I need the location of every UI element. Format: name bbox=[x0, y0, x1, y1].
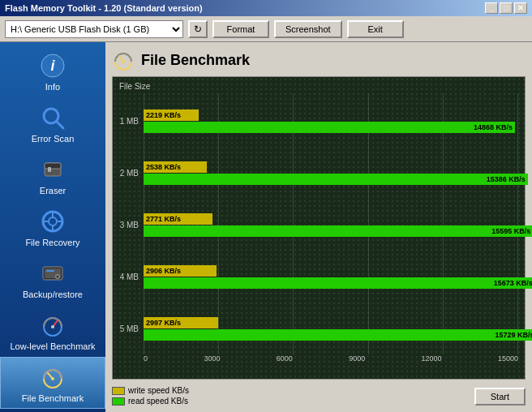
read-bar: 14868 KB/s bbox=[144, 122, 515, 133]
write-bar: 2538 KB/s bbox=[144, 161, 207, 173]
x-axis-tick: 3000 bbox=[204, 354, 220, 364]
read-bar-label: 15386 KB/s bbox=[484, 175, 526, 183]
svg-line-3 bbox=[57, 122, 63, 128]
maximize-button[interactable]: □ bbox=[500, 2, 513, 14]
read-bar-label: 15673 KB/s bbox=[491, 279, 532, 287]
sidebar-item-error-scan[interactable]: Error Scan bbox=[0, 97, 105, 149]
chart-row: 2 MB2538 KB/s15386 KB/s bbox=[119, 157, 518, 188]
read-bar: 15386 KB/s bbox=[144, 174, 528, 185]
read-bar-label: 15595 KB/s bbox=[489, 227, 530, 235]
chart-row-label: 1 MB bbox=[119, 117, 144, 126]
chart-bars: 2906 KB/s15673 KB/s bbox=[144, 265, 518, 289]
chart-container: File Size 1 MB2219 KB/s14868 KB/s2 MB253… bbox=[112, 76, 526, 380]
write-bar-label: 2538 KB/s bbox=[144, 163, 181, 171]
screenshot-button[interactable]: Screenshot bbox=[274, 20, 342, 38]
main-layout: i Info Error Scan bbox=[0, 42, 532, 412]
legend-item: write speed KB/s bbox=[112, 386, 189, 395]
read-bar: 15729 KB/s bbox=[144, 329, 532, 341]
chart-inner: 1 MB2219 KB/s14868 KB/s2 MB2538 KB/s1538… bbox=[119, 84, 518, 354]
write-bar: 2219 KB/s bbox=[144, 109, 199, 121]
info-icon: i bbox=[38, 51, 67, 80]
chart-bars: 2538 KB/s15386 KB/s bbox=[144, 161, 518, 185]
sidebar: i Info Error Scan bbox=[0, 42, 105, 412]
sidebar-item-label: Low-level Benchmark bbox=[10, 341, 95, 351]
chart-legend: write speed KB/sread speed KB/s bbox=[112, 386, 189, 406]
legend-item: read speed KB/s bbox=[112, 397, 189, 406]
title-bar: Flash Memory Toolkit - 1.20 (Standard ve… bbox=[0, 0, 532, 16]
x-axis-tick: 9000 bbox=[349, 354, 365, 364]
chart-row: 3 MB2771 KB/s15595 KB/s bbox=[119, 209, 518, 240]
error-scan-icon bbox=[38, 103, 67, 132]
file-recovery-icon bbox=[38, 207, 67, 236]
write-bar-label: 2219 KB/s bbox=[144, 111, 181, 119]
low-level-benchmark-icon bbox=[38, 311, 67, 340]
sidebar-item-label: File Recovery bbox=[25, 238, 79, 247]
chart-row: 4 MB2906 KB/s15673 KB/s bbox=[119, 261, 518, 292]
legend-label: write speed KB/s bbox=[128, 386, 189, 395]
sidebar-item-eraser[interactable]: Eraser bbox=[0, 149, 105, 201]
read-bar: 15595 KB/s bbox=[144, 225, 532, 237]
chart-row-label: 3 MB bbox=[119, 221, 144, 230]
sidebar-item-backup-restore[interactable]: Backup/restore bbox=[0, 253, 105, 305]
x-axis-tick: 6000 bbox=[277, 354, 293, 364]
svg-point-26 bbox=[122, 60, 125, 63]
svg-rect-6 bbox=[48, 167, 51, 172]
chart-bars: 2997 KB/s15729 KB/s bbox=[144, 317, 518, 341]
sidebar-item-label: Error Scan bbox=[32, 134, 75, 144]
content-title-text: File Benchmark bbox=[141, 52, 250, 69]
chart-row-label: 5 MB bbox=[119, 324, 144, 333]
x-axis: 03000600090001200015000 bbox=[144, 354, 518, 364]
x-axis-tick: 12000 bbox=[422, 354, 442, 364]
device-select[interactable]: H:\ Generic USB Flash Disk (1 GB) bbox=[5, 20, 183, 38]
sidebar-item-file-benchmark[interactable]: File Benchmark bbox=[0, 357, 105, 409]
sidebar-item-info[interactable]: i Info bbox=[0, 45, 105, 97]
close-button[interactable]: ✕ bbox=[514, 2, 527, 14]
write-bar-label: 2906 KB/s bbox=[144, 267, 181, 275]
legend-label: read speed KB/s bbox=[128, 397, 188, 406]
sidebar-item-label: Backup/restore bbox=[23, 290, 83, 299]
title-bar-controls: _ □ ✕ bbox=[485, 2, 527, 14]
sidebar-item-file-recovery[interactable]: File Recovery bbox=[0, 201, 105, 253]
sidebar-item-label: Eraser bbox=[40, 186, 66, 195]
content-title: File Benchmark bbox=[112, 49, 526, 71]
read-bar-label: 15729 KB/s bbox=[492, 331, 532, 339]
svg-point-23 bbox=[51, 377, 54, 380]
svg-point-8 bbox=[49, 217, 57, 225]
content-area: File Benchmark File Size 1 MB2219 KB/s14… bbox=[105, 42, 532, 412]
svg-rect-5 bbox=[45, 163, 61, 169]
write-bar: 2906 KB/s bbox=[144, 265, 217, 277]
write-bar-label: 2997 KB/s bbox=[144, 319, 181, 327]
chart-bars: 2219 KB/s14868 KB/s bbox=[144, 109, 518, 133]
svg-point-16 bbox=[57, 276, 59, 278]
toolbar: H:\ Generic USB Flash Disk (1 GB) ↻ Form… bbox=[0, 16, 532, 42]
write-bar-label: 2771 KB/s bbox=[144, 215, 181, 223]
backup-restore-icon bbox=[38, 259, 67, 288]
read-bar-label: 14868 KB/s bbox=[471, 123, 513, 131]
svg-point-20 bbox=[51, 325, 54, 328]
chart-row-label: 2 MB bbox=[119, 169, 144, 178]
eraser-icon bbox=[38, 155, 67, 184]
x-axis-tick: 15000 bbox=[498, 354, 518, 364]
chart-row: 1 MB2219 KB/s14868 KB/s bbox=[119, 105, 518, 136]
svg-rect-17 bbox=[46, 270, 54, 272]
sidebar-item-low-level-benchmark[interactable]: Low-level Benchmark bbox=[0, 305, 105, 357]
chart-bars: 2771 KB/s15595 KB/s bbox=[144, 213, 518, 237]
file-benchmark-icon bbox=[38, 363, 67, 392]
exit-button[interactable]: Exit bbox=[347, 20, 404, 38]
x-axis-tick: 0 bbox=[144, 354, 148, 364]
legend-color-box bbox=[112, 397, 125, 406]
minimize-button[interactable]: _ bbox=[485, 2, 498, 14]
read-bar: 15673 KB/s bbox=[144, 277, 532, 289]
chart-row-label: 4 MB bbox=[119, 273, 144, 281]
chart-row: 5 MB2997 KB/s15729 KB/s bbox=[119, 313, 518, 344]
write-bar: 2997 KB/s bbox=[144, 317, 218, 328]
window-title: Flash Memory Toolkit - 1.20 (Standard ve… bbox=[5, 3, 203, 13]
content-title-icon bbox=[112, 49, 135, 71]
sidebar-item-label: Info bbox=[45, 82, 60, 92]
sidebar-item-label: File Benchmark bbox=[22, 393, 84, 403]
refresh-button[interactable]: ↻ bbox=[188, 20, 208, 38]
start-button[interactable]: Start bbox=[474, 388, 526, 406]
write-bar: 2771 KB/s bbox=[144, 213, 212, 225]
legend-color-box bbox=[112, 387, 125, 395]
format-button[interactable]: Format bbox=[212, 20, 269, 38]
